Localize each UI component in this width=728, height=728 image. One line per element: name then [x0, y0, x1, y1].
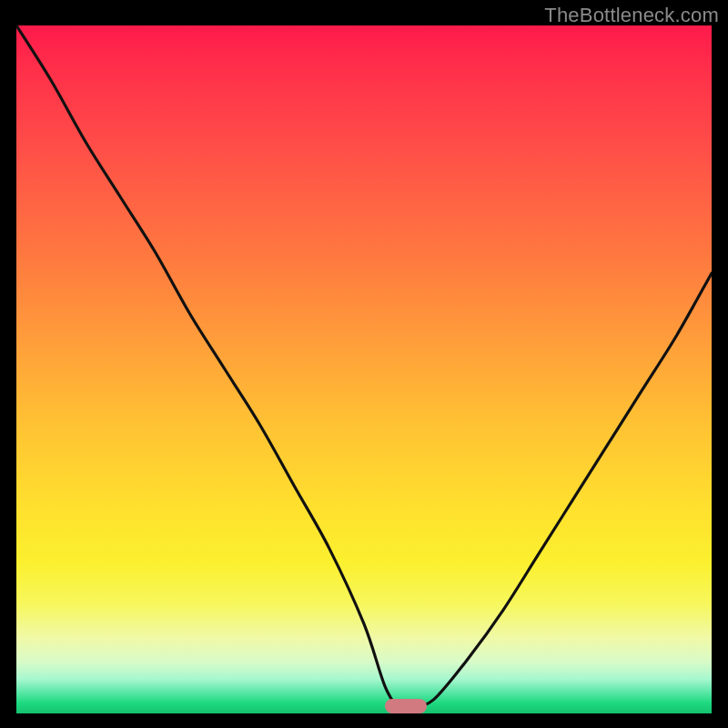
optimum-marker [385, 699, 427, 713]
curve-path [16, 25, 712, 708]
plot-area [16, 25, 712, 713]
plot-outer [16, 25, 712, 713]
chart-frame: TheBottleneck.com [0, 0, 728, 728]
watermark-text: TheBottleneck.com [544, 4, 719, 27]
bottleneck-curve [16, 25, 712, 713]
